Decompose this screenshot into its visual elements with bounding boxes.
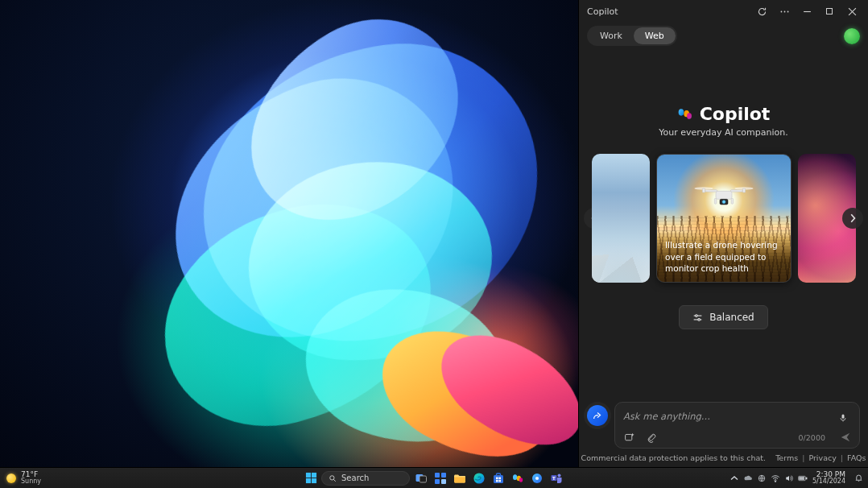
svg-rect-36 <box>435 479 440 484</box>
footer-protection-link[interactable]: Commercial data protection <box>581 453 688 462</box>
notification-center-button[interactable] <box>854 474 863 483</box>
svg-rect-34 <box>435 473 440 478</box>
search-icon <box>329 474 337 482</box>
image-sparkle-icon <box>624 432 634 443</box>
footer-privacy-link[interactable]: Privacy <box>808 453 836 462</box>
carousel-card-center[interactable]: Illustrate a drone hovering over a field… <box>656 154 792 283</box>
svg-rect-11 <box>730 189 742 192</box>
svg-point-0 <box>780 10 782 12</box>
svg-rect-44 <box>498 479 501 482</box>
user-avatar[interactable] <box>844 28 860 44</box>
carousel-next-button[interactable] <box>842 208 863 229</box>
battery-icon <box>798 474 808 483</box>
tab-work[interactable]: Work <box>589 27 634 44</box>
taskbar-center: Search T <box>304 470 564 486</box>
svg-rect-23 <box>842 415 845 419</box>
compose-input[interactable] <box>622 407 838 428</box>
microphone-icon <box>838 413 848 423</box>
clock-date: 5/14/2024 <box>812 478 845 485</box>
svg-rect-43 <box>496 479 498 482</box>
windows-logo-icon <box>305 472 317 484</box>
svg-rect-7 <box>716 191 732 199</box>
carousel-card-left[interactable] <box>592 154 650 283</box>
svg-point-9 <box>722 200 725 203</box>
ellipsis-icon <box>779 6 790 17</box>
copilot-mode-tabs: Work Web <box>587 26 677 46</box>
taskbar-app-edge[interactable] <box>471 470 487 486</box>
svg-point-30 <box>330 475 334 479</box>
close-icon <box>848 7 857 16</box>
svg-rect-33 <box>420 476 427 482</box>
folder-icon <box>453 472 466 485</box>
tray-battery-icon[interactable] <box>798 474 808 483</box>
svg-rect-4 <box>827 9 833 14</box>
taskbar-app-widgets[interactable] <box>432 470 448 486</box>
start-button[interactable] <box>304 471 318 486</box>
svg-rect-53 <box>806 478 807 479</box>
footer-faqs-link[interactable]: FAQs <box>847 453 866 462</box>
svg-rect-41 <box>496 477 498 479</box>
taskview-icon <box>415 472 428 485</box>
svg-point-19 <box>696 314 698 316</box>
copilot-refresh-button[interactable] <box>750 0 773 23</box>
compose-box: 0/2000 <box>614 402 860 449</box>
taskbar-search-placeholder: Search <box>341 474 369 482</box>
taskbar-app-explorer[interactable] <box>452 470 468 486</box>
close-button[interactable] <box>841 0 863 23</box>
compose-area: 0/2000 <box>579 402 868 453</box>
copilot-more-button[interactable] <box>773 0 796 23</box>
new-topic-button[interactable] <box>587 405 608 426</box>
svg-rect-15 <box>742 188 745 192</box>
taskbar-clock[interactable]: 2:30 PM 5/14/2024 <box>812 471 845 485</box>
taskbar-app-taskview[interactable] <box>413 470 429 486</box>
copilot-footer: Commercial data protection applies to th… <box>579 453 868 467</box>
taskbar-weather[interactable]: 71°F Sunny <box>0 471 41 485</box>
taskbar-app-teams[interactable]: T <box>548 470 564 486</box>
volume-icon <box>784 474 794 483</box>
taskbar-search[interactable]: Search <box>321 471 410 486</box>
tab-web[interactable]: Web <box>634 27 676 44</box>
taskbar-app-store[interactable] <box>490 470 506 486</box>
svg-point-38 <box>473 473 484 483</box>
copilot-subtitle: Your everyday AI companion. <box>579 127 868 138</box>
taskbar: 71°F Sunny Search <box>0 467 868 488</box>
svg-text:T: T <box>552 475 556 480</box>
maximize-icon <box>825 7 833 15</box>
taskbar-app-copilot[interactable] <box>510 470 526 486</box>
attach-image-button[interactable] <box>622 430 636 445</box>
wifi-icon <box>771 474 780 483</box>
copilot-title: Copilot <box>700 104 771 124</box>
tray-overflow-button[interactable] <box>730 474 739 483</box>
microphone-button[interactable] <box>838 413 853 423</box>
photos-icon <box>531 472 544 485</box>
tray-language-button[interactable] <box>757 474 767 483</box>
footer-applies-text: applies to this chat. <box>688 453 766 462</box>
copilot-hero: Copilot Your everyday AI companion. <box>579 104 868 138</box>
maximize-button[interactable] <box>818 0 841 23</box>
minimize-button[interactable] <box>796 0 818 23</box>
char-counter: 0/2000 <box>799 433 825 442</box>
tray-wifi-icon[interactable] <box>771 474 780 483</box>
language-icon <box>757 474 767 483</box>
taskbar-app-photos[interactable] <box>529 470 545 486</box>
send-icon <box>840 432 851 443</box>
weather-desc: Sunny <box>21 478 41 485</box>
svg-rect-42 <box>498 477 501 479</box>
tray-volume-icon[interactable] <box>784 474 794 483</box>
paperclip-icon <box>647 432 657 443</box>
tray-onedrive-icon[interactable] <box>743 474 753 483</box>
refresh-icon <box>757 6 767 17</box>
attach-file-button[interactable] <box>644 430 659 445</box>
bell-icon <box>854 474 863 482</box>
conversation-style-button[interactable]: Balanced <box>679 305 767 329</box>
footer-terms-link[interactable]: Terms <box>775 453 798 462</box>
svg-rect-40 <box>497 474 501 476</box>
chevron-up-icon <box>730 474 738 482</box>
svg-point-51 <box>775 481 775 482</box>
svg-point-21 <box>698 318 701 321</box>
minimize-icon <box>803 7 812 16</box>
widgets-icon <box>434 472 447 485</box>
copilot-taskbar-icon <box>511 472 524 485</box>
send-button[interactable] <box>838 430 853 445</box>
svg-point-49 <box>558 474 561 477</box>
